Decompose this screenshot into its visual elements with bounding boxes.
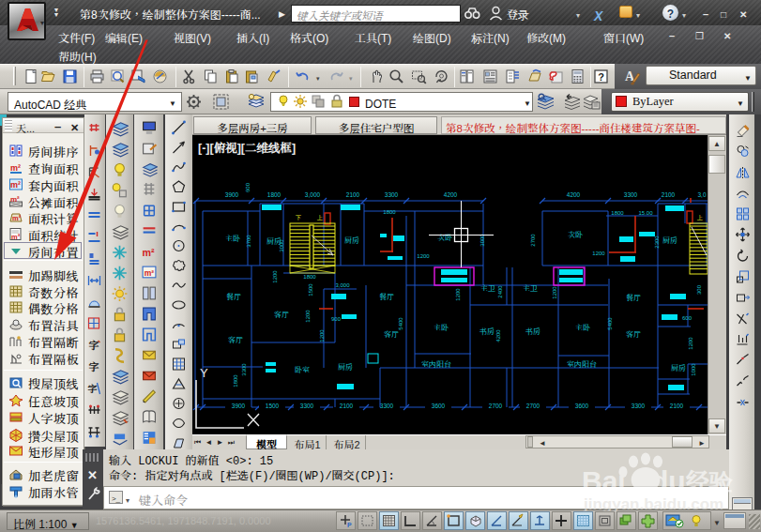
svg-text:1200: 1200 xyxy=(270,270,279,283)
svg-text:600: 600 xyxy=(243,182,251,192)
svg-text:客厅: 客厅 xyxy=(228,334,243,344)
svg-text:餐厅: 餐厅 xyxy=(379,291,394,301)
svg-text:3600: 3600 xyxy=(575,402,589,410)
svg-text:3300: 3300 xyxy=(632,402,646,410)
svg-text:3300: 3300 xyxy=(239,363,248,376)
svg-text:主卫: 主卫 xyxy=(480,282,495,293)
svg-text:厨房: 厨房 xyxy=(671,362,686,372)
svg-text:m²: m² xyxy=(145,266,155,278)
svg-text:2100: 2100 xyxy=(662,190,676,199)
svg-text:1800: 1800 xyxy=(383,207,396,216)
svg-text:du: du xyxy=(651,465,686,496)
svg-text:3300: 3300 xyxy=(300,402,314,410)
svg-text:Y: Y xyxy=(200,363,208,381)
svg-text:书房: 书房 xyxy=(525,326,540,336)
svg-text:?: ? xyxy=(598,68,604,84)
svg-text:jingyan.baidu.com: jingyan.baidu.com xyxy=(583,495,723,511)
svg-text:15.00: 15.00 xyxy=(638,208,653,217)
svg-text:1200: 1200 xyxy=(453,288,462,301)
svg-text:3900: 3900 xyxy=(232,402,246,410)
svg-text:经验: 经验 xyxy=(685,463,734,496)
svg-text:1200: 1200 xyxy=(592,249,605,257)
svg-text:2100: 2100 xyxy=(346,190,360,199)
svg-text:3300: 3300 xyxy=(380,402,394,410)
svg-text:m²: m² xyxy=(12,212,22,222)
svg-text:1200: 1200 xyxy=(303,310,312,323)
svg-text:Bai: Bai xyxy=(582,465,626,496)
svg-text:2100: 2100 xyxy=(340,402,354,410)
svg-text:上: 上 xyxy=(316,213,323,221)
svg-text:3,000: 3,000 xyxy=(335,281,350,289)
svg-text:600: 600 xyxy=(682,313,693,322)
svg-text:m²: m² xyxy=(10,178,21,190)
svg-text:主卧: 主卧 xyxy=(575,322,590,332)
svg-text:P: P xyxy=(347,520,352,529)
svg-text:卧室: 卧室 xyxy=(295,364,310,374)
svg-text:客厅: 客厅 xyxy=(626,328,641,339)
svg-text:3,0: 3,0 xyxy=(697,190,706,199)
svg-text:900: 900 xyxy=(331,314,342,323)
svg-text:厨房: 厨房 xyxy=(344,235,359,245)
svg-text:2700: 2700 xyxy=(528,234,537,247)
svg-text:4200: 4200 xyxy=(567,190,581,199)
svg-text:1200: 1200 xyxy=(417,251,430,260)
svg-text:次卧: 次卧 xyxy=(568,229,583,239)
svg-text:2700: 2700 xyxy=(526,402,540,410)
svg-text:餐厅: 餐厅 xyxy=(226,291,241,301)
svg-text:4200: 4200 xyxy=(444,190,458,199)
svg-text:300: 300 xyxy=(694,284,703,295)
svg-text:1200: 1200 xyxy=(686,337,694,350)
svg-text:2100: 2100 xyxy=(670,402,684,410)
svg-text:室内阳台: 室内阳台 xyxy=(421,358,451,369)
svg-text:厨房: 厨房 xyxy=(662,235,677,245)
svg-text:1800: 1800 xyxy=(267,190,282,199)
svg-text:字: 字 xyxy=(89,359,99,373)
svg-text:1500: 1500 xyxy=(306,283,314,296)
svg-text:1000: 1000 xyxy=(689,363,697,376)
svg-text:4200: 4200 xyxy=(494,329,502,342)
svg-text:1200: 1200 xyxy=(317,329,326,342)
svg-text:5400: 5400 xyxy=(396,317,404,330)
svg-text:3000: 3000 xyxy=(277,239,285,252)
svg-text:3,000: 3,000 xyxy=(305,190,321,199)
svg-text:m²: m² xyxy=(10,194,20,204)
svg-text:1800: 1800 xyxy=(303,272,316,281)
svg-text:上: 上 xyxy=(696,213,703,221)
svg-text:室内阳台: 室内阳台 xyxy=(567,358,597,369)
svg-text:3300: 3300 xyxy=(624,190,638,199)
svg-text:3600: 3600 xyxy=(432,402,446,410)
svg-text:3700: 3700 xyxy=(244,235,252,248)
svg-text:m²: m² xyxy=(143,245,155,259)
svg-text:2400: 2400 xyxy=(495,285,504,298)
svg-text:1800: 1800 xyxy=(611,208,624,217)
svg-text:2300: 2300 xyxy=(652,236,661,249)
svg-text:主卧: 主卧 xyxy=(225,233,240,243)
svg-text:2700: 2700 xyxy=(489,402,503,410)
svg-text:1800: 1800 xyxy=(231,374,239,388)
svg-text:次卧: 次卧 xyxy=(437,232,452,242)
svg-text:[-][俯视][二维线框]: [-][俯视][二维线框] xyxy=(198,139,296,156)
svg-text:5400: 5400 xyxy=(605,317,614,330)
svg-text:1500: 1500 xyxy=(266,402,280,410)
svg-text:1200: 1200 xyxy=(550,286,558,299)
svg-text:主卧: 主卧 xyxy=(434,322,449,332)
svg-text:厨房: 厨房 xyxy=(338,361,353,372)
svg-text:餐厅: 餐厅 xyxy=(626,292,641,302)
svg-text:主卫: 主卫 xyxy=(523,282,538,293)
svg-text:3300: 3300 xyxy=(385,190,399,199)
svg-text:客厅: 客厅 xyxy=(274,309,289,319)
svg-text:3900: 3900 xyxy=(225,190,239,199)
svg-text:下: 下 xyxy=(296,213,301,221)
svg-text:字: 字 xyxy=(88,381,98,395)
svg-text:字: 字 xyxy=(89,338,99,352)
svg-text:书房: 书房 xyxy=(479,326,495,336)
svg-text:m²: m² xyxy=(11,231,21,241)
